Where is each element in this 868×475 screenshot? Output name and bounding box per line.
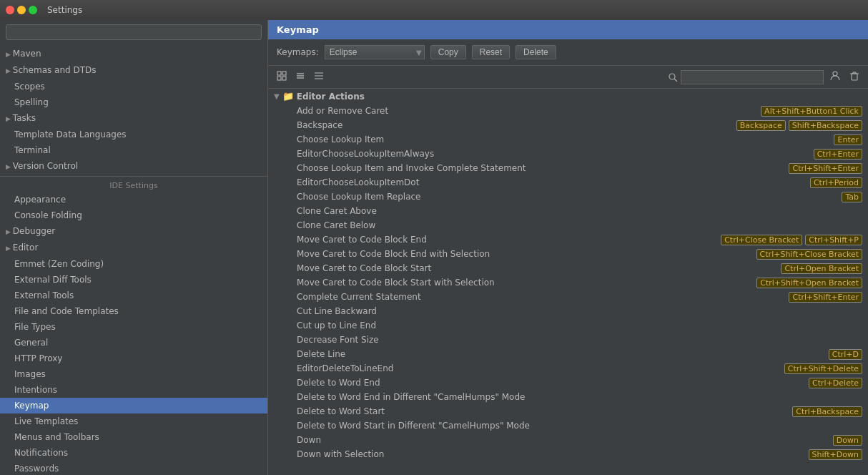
tree-row[interactable]: Move Caret to Code Block EndCtrl+Close B… bbox=[268, 232, 868, 247]
sidebar-item-intentions[interactable]: Intentions bbox=[0, 382, 267, 398]
tree-row[interactable]: Delete to Word End in Different "CamelHu… bbox=[268, 390, 868, 404]
sidebar-item-general[interactable]: General bbox=[0, 335, 267, 351]
action-name: Decrease Font Size bbox=[297, 335, 862, 345]
tree-row[interactable]: Choose Lookup Item ReplaceTab bbox=[268, 190, 868, 204]
keymaps-label: Keymaps: bbox=[277, 47, 319, 57]
tree-row[interactable]: DownDown bbox=[268, 433, 868, 447]
tree-row[interactable]: Cut up to Line End bbox=[268, 318, 868, 333]
sidebar-item-file-types[interactable]: File Types bbox=[0, 319, 267, 335]
tree-row[interactable]: Move Caret to Code Block End with Select… bbox=[268, 247, 868, 261]
action-name: Cut up to Line End bbox=[297, 320, 862, 330]
sidebar-list: Maven Schemas and DTDs Scopes Spelling T… bbox=[0, 44, 267, 475]
keymap-select-container: Eclipse Default Mac OS X NetBeans 6.5 Vi… bbox=[325, 45, 425, 59]
window-title: Settings bbox=[47, 5, 82, 15]
tree-row[interactable]: Decrease Font Size bbox=[268, 333, 868, 347]
sidebar-item-emmet[interactable]: Emmet (Zen Coding) bbox=[0, 256, 267, 272]
svg-point-10 bbox=[669, 74, 675, 79]
actions-tree: ▼ 📁 Editor Actions Add or Remove CaretAl… bbox=[268, 89, 868, 475]
title-bar: Settings bbox=[0, 0, 868, 20]
action-shortcut: Shift+Down bbox=[809, 449, 862, 460]
sidebar-item-version-control[interactable]: Version Control bbox=[0, 158, 267, 175]
action-shortcut: Ctrl+Shift+P bbox=[805, 235, 862, 245]
action-name: Delete to Word End bbox=[297, 378, 806, 388]
main-container: Maven Schemas and DTDs Scopes Spelling T… bbox=[0, 20, 868, 475]
content-area: Keymap Keymaps: Eclipse Default Mac OS X… bbox=[268, 20, 868, 475]
tree-row[interactable]: EditorDeleteToLineEndCtrl+Shift+Delete bbox=[268, 361, 868, 376]
collapse-all-button[interactable] bbox=[292, 69, 308, 84]
sidebar-item-console-folding[interactable]: Console Folding bbox=[0, 207, 267, 223]
action-shortcut: Ctrl+Shift+Close Bracket bbox=[756, 249, 862, 260]
tree-row[interactable]: BackspaceBackspaceShift+Backspace bbox=[268, 118, 868, 132]
sidebar-item-debugger[interactable]: Debugger bbox=[0, 223, 267, 240]
tree-row[interactable]: Down with SelectionShift+Down bbox=[268, 447, 868, 461]
sidebar-item-tasks[interactable]: Tasks bbox=[0, 110, 267, 127]
action-name: Clone Caret Below bbox=[297, 220, 862, 230]
trash-button[interactable] bbox=[847, 69, 862, 84]
sidebar-item-spelling[interactable]: Spelling bbox=[0, 94, 267, 110]
actions-container: Add or Remove CaretAlt+Shift+Button1 Cli… bbox=[268, 104, 868, 461]
show-actions-button[interactable] bbox=[311, 69, 327, 84]
sidebar-item-scopes[interactable]: Scopes bbox=[0, 79, 267, 94]
maximize-button[interactable] bbox=[29, 6, 37, 14]
action-shortcut: Ctrl+Shift+Enter bbox=[789, 163, 862, 174]
tree-row[interactable]: Clone Caret Above bbox=[268, 204, 868, 218]
reset-button[interactable]: Reset bbox=[472, 45, 510, 59]
sidebar-item-http-proxy[interactable]: HTTP Proxy bbox=[0, 351, 267, 366]
group-label: Editor Actions bbox=[297, 92, 365, 102]
tree-row[interactable]: Clone Caret Below bbox=[268, 218, 868, 232]
sidebar-item-keymap[interactable]: Keymap bbox=[0, 398, 267, 413]
action-shortcut: Ctrl+Backspace bbox=[792, 406, 862, 417]
action-shortcut: Ctrl+Enter bbox=[814, 149, 862, 160]
keymap-select[interactable]: Eclipse Default Mac OS X NetBeans 6.5 Vi… bbox=[325, 45, 425, 59]
action-name: Choose Lookup Item bbox=[297, 134, 831, 145]
sidebar-item-live-templates[interactable]: Live Templates bbox=[0, 413, 267, 429]
tree-row[interactable]: EditorChooseLookupItemDotCtrl+Period bbox=[268, 175, 868, 190]
tree-row[interactable]: EditorChooseLookupItemAlwaysCtrl+Enter bbox=[268, 147, 868, 161]
action-shortcut: Ctrl+Close Bracket bbox=[721, 235, 802, 245]
sidebar-item-passwords[interactable]: Passwords bbox=[0, 461, 267, 475]
sidebar-item-template-data[interactable]: Template Data Languages bbox=[0, 127, 267, 142]
sidebar-item-editor[interactable]: Editor bbox=[0, 240, 267, 256]
tree-row[interactable]: Delete to Word EndCtrl+Delete bbox=[268, 376, 868, 390]
delete-button[interactable]: Delete bbox=[516, 45, 556, 59]
action-name: Add or Remove Caret bbox=[297, 106, 758, 116]
group-folder-icon: 📁 bbox=[282, 91, 294, 102]
sidebar-search-input[interactable] bbox=[6, 24, 262, 40]
tree-row[interactable]: Delete to Word StartCtrl+Backspace bbox=[268, 404, 868, 418]
action-name: Clone Caret Above bbox=[297, 206, 862, 216]
editor-actions-group[interactable]: ▼ 📁 Editor Actions bbox=[268, 89, 868, 104]
sidebar-item-maven[interactable]: Maven bbox=[0, 46, 267, 62]
close-button[interactable] bbox=[6, 6, 14, 14]
sidebar-item-file-code-templates[interactable]: File and Code Templates bbox=[0, 303, 267, 319]
tree-row[interactable]: Delete to Word Start in Different "Camel… bbox=[268, 418, 868, 433]
tree-row[interactable]: Move Caret to Code Block Start with Sele… bbox=[268, 275, 868, 290]
tree-row[interactable]: Complete Current StatementCtrl+Shift+Ent… bbox=[268, 290, 868, 304]
toolbar-search bbox=[668, 69, 862, 85]
sidebar-item-terminal[interactable]: Terminal bbox=[0, 142, 267, 158]
tree-row[interactable]: Choose Lookup Item and Invoke Complete S… bbox=[268, 161, 868, 175]
action-name: Down with Selection bbox=[297, 449, 806, 459]
action-shortcut: Ctrl+Shift+Delete bbox=[784, 363, 862, 374]
expand-all-button[interactable] bbox=[274, 69, 290, 84]
action-shortcut: Down bbox=[833, 435, 862, 446]
sidebar-item-schemas[interactable]: Schemas and DTDs bbox=[0, 62, 267, 79]
tree-row[interactable]: Add or Remove CaretAlt+Shift+Button1 Cli… bbox=[268, 104, 868, 118]
tree-row[interactable]: Delete LineCtrl+D bbox=[268, 347, 868, 361]
sidebar-item-menus-toolbars[interactable]: Menus and Toolbars bbox=[0, 429, 267, 445]
sidebar-item-notifications[interactable]: Notifications bbox=[0, 445, 267, 461]
action-shortcut: Ctrl+Open Bracket bbox=[781, 263, 862, 274]
tree-row[interactable]: Choose Lookup ItemEnter bbox=[268, 132, 868, 147]
copy-button[interactable]: Copy bbox=[430, 45, 466, 59]
find-action-user-button[interactable] bbox=[827, 69, 844, 85]
minimize-button[interactable] bbox=[17, 6, 26, 14]
action-name: Choose Lookup Item and Invoke Complete S… bbox=[297, 163, 786, 173]
sidebar-item-appearance[interactable]: Appearance bbox=[0, 192, 267, 207]
sidebar-item-external-tools[interactable]: External Tools bbox=[0, 288, 267, 303]
sidebar-item-external-diff[interactable]: External Diff Tools bbox=[0, 272, 267, 288]
action-search-input[interactable] bbox=[681, 70, 824, 84]
tree-row[interactable]: Cut Line Backward bbox=[268, 304, 868, 318]
tree-row[interactable]: Move Caret to Code Block StartCtrl+Open … bbox=[268, 261, 868, 275]
sidebar-item-images[interactable]: Images bbox=[0, 366, 267, 382]
keymap-header: Keymaps: Eclipse Default Mac OS X NetBea… bbox=[268, 39, 868, 66]
action-name: Move Caret to Code Block Start bbox=[297, 263, 778, 273]
